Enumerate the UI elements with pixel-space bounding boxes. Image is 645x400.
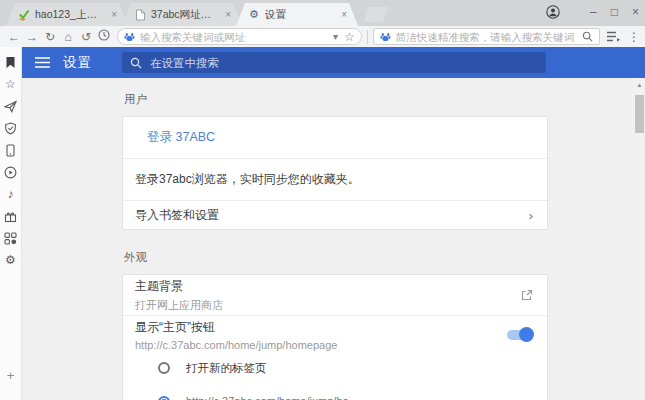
scrollbar-up-icon[interactable]: ▲ [634, 78, 645, 88]
gear-favicon: ⚙ [248, 9, 260, 21]
tab-37abc-nav[interactable]: 37abc网址导航 × [122, 3, 242, 26]
new-tab-button[interactable] [364, 7, 388, 22]
theme-title: 主题背景 [135, 278, 223, 295]
import-label: 导入书签和设置 [135, 207, 219, 224]
login-row[interactable]: 登录 37ABC [123, 117, 547, 158]
browser-toolbar: ← → ↻ ⌂ ↺ ▾ ☆ ⋮ [0, 26, 645, 47]
settings-scroll-area: 用户 登录 37ABC 登录37abc浏览器，实时同步您的收藏夹。 导入书签和设… [22, 78, 634, 400]
scrollbar-thumb[interactable] [635, 95, 644, 133]
newtab-radio-label: 打开新的标签页 [186, 361, 267, 376]
phone-icon[interactable] [4, 143, 18, 157]
settings-gear-icon[interactable]: ⚙ [4, 253, 18, 267]
bookmark-icon[interactable] [4, 55, 18, 69]
shield-check-icon[interactable] [4, 121, 18, 135]
star-icon[interactable]: ☆ [4, 77, 18, 91]
reading-list-icon[interactable] [606, 31, 620, 42]
sync-row: 登录37abc浏览器，实时同步您的收藏夹。 [123, 159, 547, 200]
radio-unselected[interactable] [158, 362, 170, 374]
profile-icon[interactable] [546, 5, 560, 19]
restore-tab-icon[interactable]: ↺ [77, 30, 95, 44]
window-controls: – □ × [546, 3, 639, 21]
tab-hao123[interactable]: hao123_上网从这里开始 × [6, 3, 128, 26]
forward-icon[interactable]: → [23, 30, 41, 44]
side-rail: ☆ ♪ ⚙ + [0, 47, 22, 400]
browser-menu-icon[interactable]: ⋮ [628, 30, 640, 44]
home-icon[interactable]: ⌂ [59, 30, 77, 44]
address-bar[interactable]: ▾ ☆ [117, 28, 362, 45]
import-bookmarks-row[interactable]: 导入书签和设置 › [123, 201, 547, 229]
quick-search-input[interactable] [396, 31, 578, 43]
sync-text: 登录37abc浏览器，实时同步您的收藏夹。 [135, 171, 360, 188]
toggle-knob [519, 327, 534, 342]
tab-close-icon[interactable]: × [339, 9, 349, 20]
quick-search-box[interactable] [373, 28, 600, 45]
theme-subtitle: 打开网上应用商店 [135, 298, 223, 313]
minimize-button[interactable]: – [590, 3, 597, 21]
settings-header: 设置 [22, 47, 645, 78]
settings-search-input[interactable] [150, 57, 538, 69]
login-link[interactable]: 登录 37ABC [147, 129, 215, 146]
home-button-subtitle: http://c.37abc.com/home/jump/homepage [135, 339, 337, 351]
address-input[interactable] [140, 31, 333, 43]
history-clock-icon[interactable] [95, 29, 113, 44]
show-home-button-row: 显示“主页”按钮 http://c.37abc.com/home/jump/ho… [123, 316, 547, 354]
tab-strip: hao123_上网从这里开始 × 37abc网址导航 × ⚙ 设置 × – □ … [0, 0, 645, 26]
appearance-card: 主题背景 打开网上应用商店 显示“主页”按钮 http://c.37abc.co… [122, 274, 548, 400]
add-panel-icon[interactable]: + [4, 368, 18, 382]
toolbar-separator [367, 30, 368, 44]
close-button[interactable]: × [632, 3, 639, 21]
hamburger-menu-icon[interactable] [35, 57, 50, 68]
page-title: 设置 [63, 54, 92, 72]
music-icon[interactable]: ♪ [4, 187, 18, 201]
tab-close-icon[interactable]: × [109, 9, 119, 20]
back-icon[interactable]: ← [5, 30, 23, 44]
main-area: ☆ ♪ ⚙ + 设置 [0, 47, 645, 400]
chevron-down-icon[interactable]: ▾ [333, 31, 338, 42]
page-favicon [134, 9, 146, 21]
section-heading-appearance: 外观 [124, 250, 548, 265]
radio-selected[interactable] [158, 396, 170, 400]
bookmark-star-icon[interactable]: ☆ [344, 30, 355, 44]
settings-search-box[interactable] [122, 52, 546, 73]
home-button-toggle[interactable] [507, 330, 533, 340]
search-paw-icon [380, 31, 391, 42]
reload-icon[interactable]: ↻ [41, 30, 59, 44]
section-heading-user: 用户 [124, 92, 548, 107]
tab-title: hao123_上网从这里开始 [35, 8, 104, 22]
home-button-title: 显示“主页”按钮 [135, 319, 337, 336]
video-play-icon[interactable] [4, 165, 18, 179]
theme-row[interactable]: 主题背景 打开网上应用商店 [123, 275, 547, 315]
send-icon[interactable] [4, 99, 18, 113]
tab-title: 设置 [265, 8, 334, 22]
tab-title: 37abc网址导航 [151, 8, 218, 22]
gift-icon[interactable] [4, 209, 18, 223]
tab-settings[interactable]: ⚙ 设置 × [236, 3, 358, 26]
scrollbar[interactable]: ▲ [634, 78, 645, 400]
hao123-favicon [18, 9, 30, 21]
settings-page: 设置 用户 登录 37ABC 登录37abc浏览器，实时同步您的收藏夹。 [22, 47, 645, 400]
external-link-icon[interactable] [521, 289, 533, 301]
search-icon [130, 57, 142, 69]
homepage-url-input[interactable] [186, 395, 368, 400]
custom-url-radio-row[interactable] [123, 382, 547, 400]
apps-grid-icon[interactable] [4, 231, 18, 245]
newtab-radio-row[interactable]: 打开新的标签页 [123, 354, 547, 382]
site-paw-icon [124, 31, 135, 42]
user-card: 登录 37ABC 登录37abc浏览器，实时同步您的收藏夹。 导入书签和设置 › [122, 116, 548, 230]
search-icon[interactable] [582, 31, 593, 42]
maximize-button[interactable]: □ [611, 3, 618, 21]
chevron-right-icon: › [529, 208, 533, 223]
tab-close-icon[interactable]: × [223, 9, 233, 20]
